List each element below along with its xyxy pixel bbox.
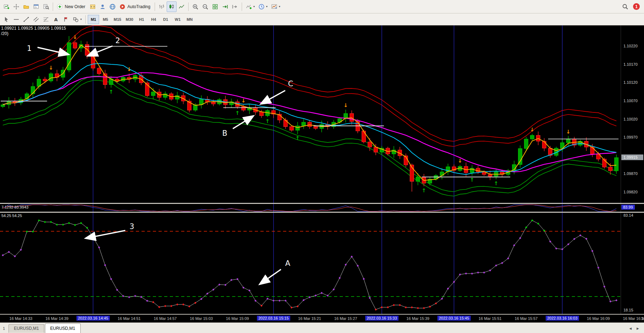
data-window-button[interactable] bbox=[41, 1, 51, 12]
tab-bar-index: 1 bbox=[0, 326, 8, 333]
market-watch-icon bbox=[33, 4, 39, 10]
auto-scroll-button[interactable] bbox=[220, 1, 230, 12]
svg-text:↑: ↑ bbox=[494, 180, 499, 187]
periods-icon bbox=[258, 4, 265, 10]
new-order-button[interactable]: New Order bbox=[55, 1, 88, 12]
stochastic-axis-value: 83.99 bbox=[621, 205, 635, 210]
time-tick: 16 Mar 15:09 bbox=[226, 316, 249, 321]
toolbar-drawing-buttons: A▾ bbox=[1, 14, 84, 25]
auto-scroll-icon bbox=[222, 4, 228, 10]
profiles-icon bbox=[23, 4, 29, 10]
timeframe-M1[interactable]: M1 bbox=[88, 15, 99, 24]
tile-windows-button[interactable] bbox=[210, 1, 220, 12]
horizontal-line-tool-button[interactable] bbox=[11, 14, 21, 25]
bar-chart-mode-button[interactable] bbox=[157, 1, 167, 12]
autotrading-button[interactable]: AutoTrading bbox=[117, 1, 153, 12]
time-tick: 16 Mar 15:57 bbox=[515, 316, 538, 321]
candlestick-chart: ↓↓↓↓↓↓↓↓↑↑↑↑↑↑↑ bbox=[0, 25, 621, 203]
metaeditor-button[interactable] bbox=[88, 1, 98, 12]
profiles-button[interactable] bbox=[21, 1, 31, 12]
price-tick: 1.09870 bbox=[623, 171, 638, 176]
label-tool-button[interactable] bbox=[61, 14, 71, 25]
new-chart-button[interactable] bbox=[1, 1, 11, 12]
notification-badge[interactable]: 1 bbox=[633, 3, 640, 10]
channel-icon bbox=[33, 16, 39, 23]
svg-text:↓: ↓ bbox=[73, 34, 77, 40]
main-chart-pane[interactable]: ↓↓↓↓↓↓↓↓↑↑↑↑↑↑↑ 1.09921 1.09925 1.09905 … bbox=[0, 25, 621, 203]
zoom-in-icon bbox=[192, 4, 199, 10]
timeframe-M5[interactable]: M5 bbox=[100, 15, 111, 24]
price-axis[interactable]: 1.102201.101701.101201.100701.100201.099… bbox=[621, 25, 644, 203]
tab-scroll-left[interactable]: ◄ bbox=[628, 326, 632, 331]
time-tick: 16 Mar 15:21 bbox=[298, 316, 321, 321]
market-watch-button[interactable] bbox=[31, 1, 41, 12]
toolbar-separator bbox=[188, 2, 189, 11]
timeframe-D1[interactable]: D1 bbox=[160, 15, 171, 24]
expert-advisors-button[interactable] bbox=[98, 1, 108, 12]
text-tool-button[interactable]: A bbox=[51, 14, 61, 25]
dropdown-caret: ▾ bbox=[279, 5, 280, 8]
equidistant-channel-tool-button[interactable] bbox=[31, 14, 41, 25]
fibonacci-tool-button[interactable] bbox=[41, 14, 51, 25]
new-order-icon bbox=[57, 4, 63, 10]
time-tick: 16 Mar 16:21 bbox=[641, 316, 644, 321]
data-window-icon bbox=[43, 4, 49, 10]
new-order-label: New Order bbox=[64, 4, 86, 9]
line-chart-mode-button[interactable] bbox=[177, 1, 186, 12]
separator-time-label: 2022.03.16 16:03 bbox=[546, 316, 579, 321]
oscillator-pane[interactable]: 54.25 54.25 bbox=[0, 213, 621, 314]
experts-icon bbox=[99, 4, 106, 10]
price-tick: 1.10120 bbox=[623, 80, 638, 84]
text-icon: A bbox=[53, 16, 59, 23]
timeframe-H4[interactable]: H4 bbox=[148, 15, 159, 24]
toolbar-standard-buttons: New OrderAutoTrading▾▾▾ bbox=[1, 1, 282, 12]
time-tick: 16 Mar 15:51 bbox=[479, 316, 502, 321]
stochastic-values: 7.1292 83.9943 bbox=[1, 205, 28, 209]
time-axis[interactable]: 16 Mar 14:3316 Mar 14:3916 Mar 14:5116 M… bbox=[0, 314, 644, 323]
dropdown-caret: ▾ bbox=[80, 18, 82, 21]
chart-tab-1[interactable]: EURUSD,M1 bbox=[45, 323, 81, 333]
svg-text:↓: ↓ bbox=[49, 65, 53, 71]
search-button[interactable] bbox=[620, 1, 630, 12]
indicators-icon bbox=[246, 4, 252, 10]
candle-chart-mode-button[interactable] bbox=[167, 1, 177, 12]
templates-list-button[interactable]: ▾ bbox=[269, 1, 282, 12]
chart-tab-0[interactable]: EURUSD,M1 bbox=[8, 324, 44, 333]
time-tick: 16 Mar 15:39 bbox=[407, 316, 430, 321]
timeframe-MN[interactable]: MN bbox=[184, 15, 195, 24]
time-tick: 16 Mar 14:51 bbox=[118, 316, 141, 321]
cursor-mode-button[interactable] bbox=[11, 1, 21, 12]
pointer-tool-button[interactable] bbox=[1, 14, 11, 25]
svg-text:↓: ↓ bbox=[458, 158, 462, 164]
oscillator-chart bbox=[0, 213, 621, 314]
time-tick: 16 Mar 15:03 bbox=[190, 316, 213, 321]
autotrading-icon bbox=[119, 4, 126, 10]
bars-icon bbox=[159, 4, 165, 10]
chart-shift-button[interactable] bbox=[230, 1, 240, 12]
indicators-list-button[interactable]: ▾ bbox=[244, 1, 257, 12]
periods-list-button[interactable]: ▾ bbox=[257, 1, 269, 12]
price-tick: 1.09970 bbox=[623, 135, 638, 139]
trendline-tool-button[interactable] bbox=[21, 14, 31, 25]
zoom-out-button[interactable] bbox=[200, 1, 210, 12]
dropdown-caret: ▾ bbox=[253, 5, 255, 8]
arrow-label-icon bbox=[63, 16, 69, 23]
timeframe-M30[interactable]: M30 bbox=[124, 15, 135, 24]
tab-scroll-right[interactable]: ► bbox=[636, 326, 640, 331]
oscillator-axis-min: 18.15 bbox=[623, 308, 633, 312]
line-chart-icon bbox=[178, 4, 185, 10]
tab-scroll-buttons: ◄ ► bbox=[628, 326, 644, 333]
tile-icon bbox=[212, 4, 218, 10]
dropdown-caret: ▾ bbox=[266, 5, 268, 8]
stochastic-axis: 83.99 bbox=[621, 204, 644, 212]
zoom-in-button[interactable] bbox=[190, 1, 200, 12]
timeframe-H1[interactable]: H1 bbox=[136, 15, 147, 24]
separator-time-label: 2022.03.16 14:45 bbox=[76, 316, 110, 321]
timeframe-W1[interactable]: W1 bbox=[172, 15, 183, 24]
toolbar-separator bbox=[155, 2, 155, 11]
web-terminal-button[interactable] bbox=[108, 1, 117, 12]
search-icon bbox=[622, 4, 628, 10]
shapes-tool-button[interactable]: ▾ bbox=[71, 14, 84, 25]
timeframe-M15[interactable]: M15 bbox=[112, 15, 123, 24]
stochastic-pane[interactable]: 7.1292 83.9943 bbox=[0, 204, 621, 212]
